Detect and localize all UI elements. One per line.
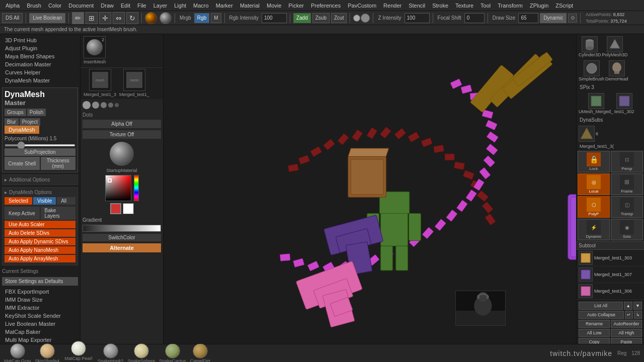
zcut-button[interactable]: Zcut — [331, 13, 347, 23]
bake-layers-button[interactable]: Bake Layers — [41, 207, 76, 220]
auto-delete-sdivs-button[interactable]: Auto Delete SDivs — [5, 229, 75, 237]
auto-apply-dynamic-sdivs-button[interactable]: Auto Apply Dynamic SDivs — [5, 238, 75, 245]
menu-item-texture[interactable]: Texture — [452, 2, 477, 10]
sidebar-item-maya[interactable]: Maya Blend Shapes — [2, 52, 78, 60]
cylinder3d-icon[interactable] — [582, 36, 598, 52]
dot-5[interactable] — [115, 103, 119, 107]
auto-reorder-button[interactable]: AutoReorder — [611, 320, 642, 328]
polycount-slider[interactable] — [5, 144, 75, 146]
menu-item-pavcustom[interactable]: PavCustom — [344, 2, 380, 10]
material-matcap-pearl[interactable]: MatCap Pearl Ca — [63, 341, 94, 363]
rotate-icon[interactable]: ↻ — [126, 12, 138, 24]
menu-item-layer[interactable]: Layer — [150, 2, 171, 10]
dot-2[interactable] — [92, 102, 99, 109]
z-intensity-input[interactable] — [405, 13, 430, 23]
sub-projection-button[interactable]: SubProjection — [5, 148, 75, 156]
demohead-icon[interactable] — [609, 60, 625, 76]
color-swatch-white[interactable] — [123, 203, 134, 214]
auto-apply-nanomesh-button[interactable]: Auto Apply NanoMesh — [5, 246, 75, 254]
menu-item-edit[interactable]: Edit — [117, 2, 134, 10]
zsub-button[interactable]: Zsub — [312, 13, 330, 23]
sidebar-fbx[interactable]: FBX ExportImport — [2, 288, 78, 296]
all-high-button[interactable]: All High — [611, 329, 642, 337]
texture-off-button[interactable]: Texture Off — [83, 130, 161, 139]
gradient-bar[interactable] — [83, 225, 161, 232]
persp-btn[interactable]: ⊡ Persp — [611, 151, 643, 172]
draw-size-input[interactable] — [518, 13, 538, 23]
frame-btn[interactable]: ⊞ Frame — [611, 173, 643, 195]
polish-button[interactable]: Polish — [27, 109, 46, 116]
auto-collapse-out[interactable]: ↳ — [634, 311, 642, 319]
color-saturation-area[interactable] — [105, 175, 131, 201]
menu-item-preferences[interactable]: Preferences — [307, 2, 344, 10]
menu-item-alpha[interactable]: Alpha — [2, 2, 23, 10]
polymesh3d-icon[interactable] — [607, 36, 623, 52]
menu-item-zplugin[interactable]: ZPlugin — [526, 2, 552, 10]
zadd-button[interactable]: Zadd — [293, 13, 311, 23]
material-matcap-gray[interactable]: MatCap Gray — [4, 343, 31, 363]
material-sphere-icon[interactable] — [145, 12, 157, 24]
menu-item-file[interactable]: File — [134, 2, 150, 10]
menu-item-zscript[interactable]: ZScript — [552, 2, 577, 10]
menu-item-color[interactable]: Color — [45, 2, 65, 10]
visible-button[interactable]: Visible — [33, 197, 56, 205]
subtool-item-306[interactable]: Merged_test1_306 — [577, 283, 644, 300]
menu-item-stencil[interactable]: Stencil — [405, 2, 429, 10]
menu-item-document[interactable]: Document — [65, 2, 97, 10]
menu-item-light[interactable]: Light — [171, 2, 190, 10]
live-boolean-button[interactable]: Live Boolean — [29, 13, 65, 23]
auto-collapse-in[interactable]: ↵ — [625, 311, 633, 319]
all-button[interactable]: All — [57, 197, 75, 205]
all-low-button[interactable]: All Low — [579, 329, 610, 337]
settings-icon[interactable]: ⚙ — [568, 14, 577, 23]
switch-color-button[interactable]: SwitchColor — [83, 234, 161, 241]
project-button[interactable]: Project — [20, 118, 40, 126]
sidebar-item-curves[interactable]: Curves Helper — [2, 68, 78, 76]
auto-collapse-button[interactable]: Auto Collapse — [579, 311, 624, 319]
keep-active-button[interactable]: Keep Active — [5, 207, 40, 220]
sidebar-imm-extractor[interactable]: IMM Extractor — [2, 304, 78, 312]
dynamic-button[interactable]: Dynamic — [540, 13, 567, 23]
focal-shift-input[interactable] — [464, 13, 485, 23]
material-sphere-2-icon[interactable] — [159, 12, 172, 24]
brush-thumb-insertmesh[interactable]: 2 — [84, 36, 106, 58]
viewport[interactable] — [164, 34, 576, 344]
auto-apply-array-mesh-button[interactable]: Auto Apply ArrayMesh — [5, 255, 75, 262]
polyp-btn[interactable]: ⬡ PolyP — [578, 196, 610, 218]
rgb-intensity-input[interactable] — [262, 13, 287, 23]
menu-item-brush[interactable]: Brush — [23, 2, 45, 10]
merged-6-icon[interactable] — [579, 126, 595, 142]
dot-1[interactable] — [83, 101, 91, 109]
sidebar-item-dynamesh[interactable]: DynaMesh Master — [2, 76, 78, 84]
m-button[interactable]: M — [211, 13, 221, 23]
thickness-button[interactable]: Thickness (mm) — [41, 157, 76, 170]
create-shell-button[interactable]: Create Shell — [5, 157, 40, 170]
paste-button[interactable]: Paste — [611, 338, 642, 344]
dynamic-btn[interactable]: ⚡ Dynamic — [578, 219, 610, 240]
material-snakehook2[interactable]: SnakeHook2 — [98, 343, 124, 363]
sidebar-imm-draw[interactable]: IMM Draw Size — [2, 296, 78, 304]
sidebar-item-3dprint[interactable]: 3D Print Hub — [2, 36, 78, 44]
draw-icon[interactable]: ✏ — [72, 12, 84, 24]
menu-item-transform[interactable]: Transform — [494, 2, 526, 10]
sidebar-item-adjust[interactable]: Adjust Plugin — [2, 44, 78, 52]
sidebar-keyshot[interactable]: KeyShot Scale Sender — [2, 312, 78, 320]
menu-item-material[interactable]: Material — [236, 2, 263, 10]
store-defaults-button[interactable]: Store Settings as Defaults — [2, 277, 78, 286]
menu-item-marker[interactable]: Marker — [212, 2, 236, 10]
ds-all-button[interactable]: DS All — [2, 13, 23, 23]
copy-button[interactable]: Copy — [579, 338, 610, 344]
list-all-button[interactable]: List All — [579, 302, 623, 310]
use-auto-scaler-button[interactable]: Use Auto Scaler — [5, 221, 75, 228]
material-snakesphere[interactable]: SnakeSphere — [128, 343, 155, 363]
brush-size-circle[interactable] — [353, 15, 360, 22]
list-all-down[interactable]: ▼ — [633, 302, 642, 310]
hue-bar[interactable] — [134, 175, 139, 201]
groups-button[interactable]: Groups — [5, 109, 26, 116]
test1-302-icon[interactable] — [616, 93, 632, 109]
lock-btn[interactable]: 🔒 Lock — [578, 151, 610, 172]
umesh-icon[interactable] — [588, 93, 604, 109]
dynamesh-button[interactable]: DynaMesh — [5, 126, 39, 134]
sidebar-matcap-baker[interactable]: MatCap Baker — [2, 328, 78, 336]
material-cameldirt[interactable]: CamelDirt — [190, 343, 210, 363]
